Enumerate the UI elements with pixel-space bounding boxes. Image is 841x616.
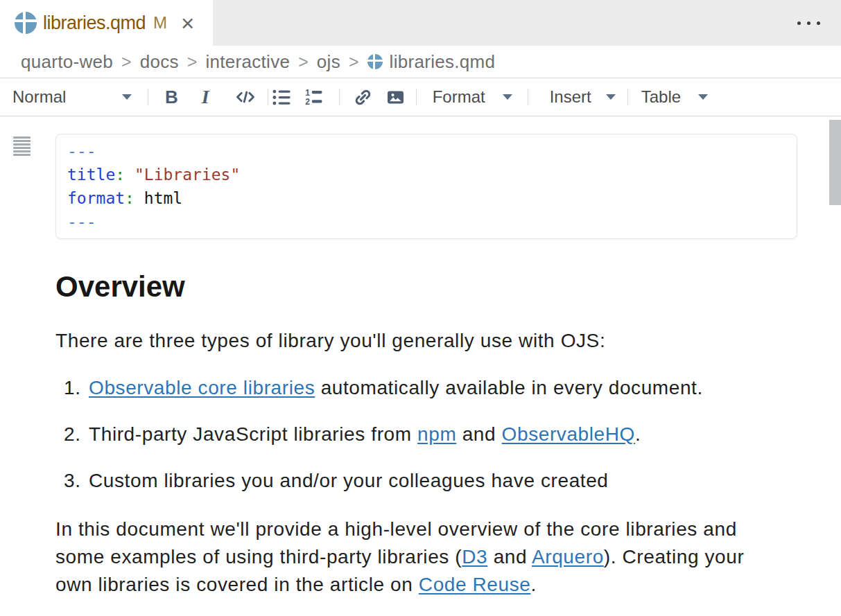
breadcrumb-separator: > <box>298 52 309 72</box>
tab-file-name: libraries.qmd <box>43 12 146 34</box>
image-icon <box>385 87 406 107</box>
editor-toolbar: Normal B I 1 2 <box>0 78 841 116</box>
breadcrumb-separator: > <box>349 52 359 72</box>
list-item-text: Third-party JavaScript libraries from np… <box>89 421 641 448</box>
link[interactable]: Observable core libraries <box>89 377 315 398</box>
numbered-list-button[interactable]: 1 2 <box>304 87 324 107</box>
list-number: 2. <box>64 421 89 448</box>
outro-paragraph: In this document we'll provide a high-le… <box>55 516 797 599</box>
breadcrumb-item-file[interactable]: libraries.qmd <box>390 51 496 73</box>
svg-text:2: 2 <box>305 97 310 107</box>
text-run: and <box>456 423 501 445</box>
chevron-down-icon <box>503 94 512 100</box>
breadcrumb: quarto-web>docs>interactive>ojs>librarie… <box>0 46 841 78</box>
link-button[interactable] <box>353 87 373 107</box>
block-drag-handle-icon[interactable] <box>13 137 31 156</box>
yaml-line: format: html <box>67 186 786 210</box>
list-item: 2.Third-party JavaScript libraries from … <box>55 421 797 448</box>
text-run: Third-party JavaScript libraries from <box>89 423 417 445</box>
text-run: and <box>487 546 532 567</box>
chevron-down-icon <box>606 94 616 100</box>
image-button[interactable] <box>385 87 406 107</box>
more-actions-icon[interactable] <box>797 21 820 25</box>
heading-overview: Overview <box>55 270 797 303</box>
bullet-list-button[interactable] <box>272 87 292 107</box>
bullet-list-icon <box>272 87 292 107</box>
link[interactable]: ObservableHQ <box>502 423 635 445</box>
link-icon <box>353 87 373 107</box>
quarto-logo-icon <box>367 54 383 69</box>
code-button[interactable] <box>235 87 256 107</box>
text-run: ). Creating your <box>604 546 745 567</box>
text-run: some examples of using third-party libra… <box>55 546 462 567</box>
close-icon[interactable]: × <box>181 12 194 35</box>
chevron-down-icon <box>698 94 708 100</box>
breadcrumb-item[interactable]: interactive <box>205 51 290 73</box>
toolbar-divider <box>339 89 340 105</box>
link[interactable]: Code Reuse <box>419 574 531 595</box>
toolbar-divider <box>148 89 148 105</box>
toolbar-divider <box>627 89 628 105</box>
intro-paragraph: There are three types of library you'll … <box>55 327 797 355</box>
yaml-line: title: "Libraries" <box>67 163 786 186</box>
bold-button[interactable]: B <box>165 87 178 108</box>
text-run: . <box>530 574 536 595</box>
text-run: . <box>635 423 641 445</box>
format-menu[interactable]: Format <box>433 87 512 107</box>
table-menu[interactable]: Table <box>641 87 708 107</box>
insert-menu[interactable]: Insert <box>550 87 616 107</box>
list-number: 1. <box>64 374 89 402</box>
list-item: 3.Custom libraries you and/or your colle… <box>55 467 797 495</box>
breadcrumb-item[interactable]: ojs <box>317 51 340 73</box>
list-item-text: Observable core libraries automatically … <box>89 374 703 402</box>
yaml-front-matter-block[interactable]: ---title: "Libraries"format: html--- <box>55 134 797 239</box>
toolbar-divider <box>268 89 268 105</box>
svg-text:1: 1 <box>305 88 310 98</box>
code-icon <box>235 87 256 107</box>
breadcrumb-separator: > <box>121 52 132 72</box>
chevron-down-icon <box>122 94 132 100</box>
text-run: own libraries is covered in the article … <box>55 574 419 595</box>
breadcrumb-separator: > <box>187 52 198 72</box>
git-modified-badge: M <box>153 13 167 33</box>
editor-content: ---title: "Libraries"format: html--- Ove… <box>0 116 841 616</box>
text-run: In this document we'll provide a high-le… <box>55 518 737 540</box>
text-run: Custom libraries you and/or your colleag… <box>89 470 609 491</box>
tab-libraries-qmd[interactable]: libraries.qmd M × <box>0 0 213 46</box>
scrollbar-thumb[interactable] <box>829 120 841 205</box>
italic-button[interactable]: I <box>202 86 209 108</box>
yaml-line: --- <box>67 139 786 163</box>
list-number: 3. <box>64 467 89 495</box>
yaml-line: --- <box>67 210 786 234</box>
list-item: 1.Observable core libraries automaticall… <box>55 374 797 402</box>
link[interactable]: Arquero <box>532 546 604 567</box>
breadcrumb-item[interactable]: quarto-web <box>21 51 113 73</box>
quarto-logo-icon <box>15 12 37 34</box>
text-run: automatically available in every documen… <box>315 377 703 398</box>
breadcrumb-item[interactable]: docs <box>140 51 179 73</box>
numbered-list-icon: 1 2 <box>304 87 324 107</box>
link[interactable]: D3 <box>462 546 487 567</box>
link[interactable]: npm <box>417 423 456 445</box>
list-item-text: Custom libraries you and/or your colleag… <box>89 467 609 495</box>
toolbar-divider <box>416 89 417 105</box>
tab-bar: libraries.qmd M × <box>0 0 841 46</box>
toolbar-divider <box>528 89 528 105</box>
numbered-list: 1.Observable core libraries automaticall… <box>55 374 797 495</box>
paragraph-style-select[interactable]: Normal <box>12 87 132 107</box>
